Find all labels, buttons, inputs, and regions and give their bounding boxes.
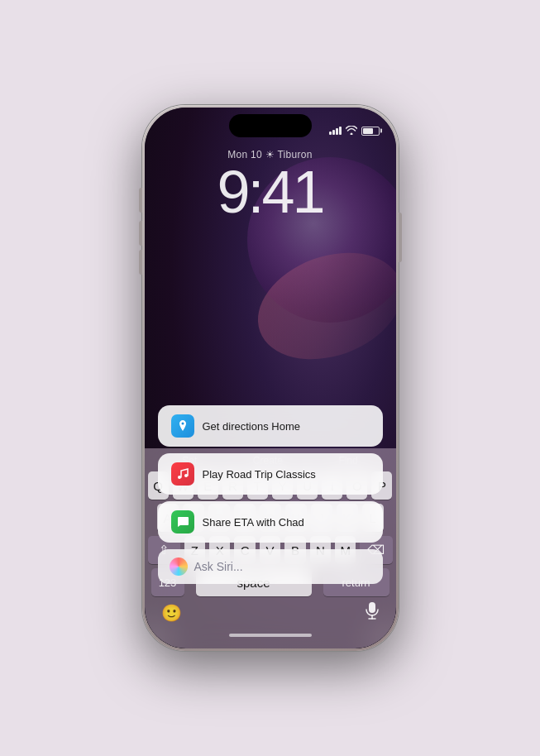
svg-point-0: [181, 423, 184, 425]
suggestion-messages[interactable]: Share ETA with Chad: [158, 501, 383, 543]
messages-icon: [171, 510, 194, 534]
dynamic-island: [229, 114, 312, 137]
wifi-icon: [346, 126, 357, 136]
keyboard-icons-row: 🙂: [148, 600, 393, 629]
signal-icon: [329, 127, 342, 135]
battery-icon: [361, 127, 380, 136]
phone-frame: Mon 10 ☀ Tiburon 9:41 Get directions Hom…: [142, 105, 399, 651]
suggestion-music[interactable]: Play Road Trip Classics: [158, 453, 383, 495]
svg-point-1: [178, 476, 181, 479]
home-bar: [148, 629, 393, 645]
siri-suggestions-area: Get directions Home Play Road Trip Class…: [158, 405, 383, 591]
emoji-icon[interactable]: 🙂: [161, 603, 182, 623]
status-icons: [329, 126, 380, 136]
suggestion-directions[interactable]: Get directions Home: [158, 405, 383, 447]
siri-placeholder: Ask Siri...: [194, 560, 243, 573]
directions-text: Get directions Home: [203, 420, 301, 433]
music-icon: [171, 462, 194, 486]
svg-rect-3: [369, 602, 375, 613]
svg-point-2: [184, 474, 188, 477]
home-bar-line: [229, 634, 312, 637]
time-area: Mon 10 ☀ Tiburon 9:41: [145, 149, 396, 222]
phone-screen: Mon 10 ☀ Tiburon 9:41 Get directions Hom…: [145, 108, 396, 648]
ask-siri-bar[interactable]: Ask Siri...: [158, 549, 383, 584]
siri-orb-icon: [170, 557, 188, 576]
messages-text: Share ETA with Chad: [203, 516, 304, 529]
maps-icon: [171, 414, 194, 438]
mic-icon[interactable]: [365, 601, 380, 624]
time-display: 9:41: [145, 162, 396, 222]
music-text: Play Road Trip Classics: [203, 468, 316, 481]
